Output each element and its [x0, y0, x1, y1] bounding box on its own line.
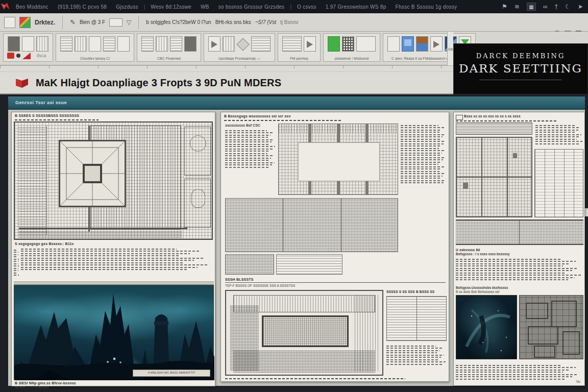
window-split-icon[interactable]: [156, 36, 168, 52]
stapler-icon[interactable]: [356, 36, 376, 52]
bars-icon[interactable]: [223, 36, 235, 52]
ribbon-group-label: FM permsg: [278, 57, 320, 60]
sketch-icon[interactable]: [387, 36, 400, 52]
plan-wall: [19, 228, 187, 229]
menu-item[interactable]: so bssnss Grsssur Grzsdes: [214, 4, 289, 10]
bottom-right-column: SSSSS S SS SSS B BSSS SS: [386, 290, 447, 376]
page-right-header: Bsss ss ss ss sss ss ss s ss ssss: [464, 114, 521, 118]
page-left-top-line: B SSEES S SSSSSBSSS SSSSSSSS: [15, 114, 79, 117]
moon-icon[interactable]: ☾: [565, 3, 571, 10]
dark-setting-panel: DARCK DEEMBING DARK SEETTIING: [453, 43, 588, 94]
page-left[interactable]: B SSEES S SSSSSBSSS SSSSSSSS: [11, 112, 215, 386]
plan-cell-blob: [191, 189, 205, 208]
closing-paragraph: [456, 363, 583, 381]
artwork-credit-box: 4 MSLNAN WC BIVIG MMNNTTIT: [133, 370, 210, 377]
toolbar-field-text[interactable]: BHt-rks sns bks: [215, 19, 251, 25]
pattern-grid-icon[interactable]: [342, 36, 354, 52]
split-view-icon[interactable]: [416, 36, 428, 52]
menu-bar: Beo Msddsnc (919,198) C pcvo 58 Gjszduss…: [0, 0, 588, 13]
perspective-icon[interactable]: [282, 36, 302, 52]
toolbar-field-text[interactable]: b snlgjgfes C!s?2beW 0 l?un: [146, 19, 211, 25]
monitor-icon[interactable]: [402, 36, 414, 52]
left-text-column: [225, 129, 276, 169]
ribbon-edge-label: G6: [447, 32, 453, 65]
page-right[interactable]: Bsss ss ss ss sss ss ss s ss ssss U ssks…: [453, 112, 585, 386]
fantasy-landscape-artwork[interactable]: 4 MSLNAN WC BIVIG MMNNTTIT: [14, 285, 214, 380]
table-tool-button[interactable]: [109, 18, 122, 27]
pencil-tool-icon[interactable]: [117, 36, 130, 52]
elevation-plan-drawing[interactable]: [278, 124, 398, 195]
plan-left-band: [18, 126, 47, 235]
menu-item[interactable]: WB: [196, 4, 214, 10]
ribbon-group-perspective: FM permsg: [278, 33, 321, 62]
document-title-bar: MaK Hlajgt Doanpliage 3 Fropts 3 9D PuN …: [0, 71, 453, 94]
red-square-icon[interactable]: [7, 53, 14, 59]
column2-text: [386, 344, 447, 366]
pen-tool-label[interactable]: Bien @ 3 F: [80, 19, 105, 25]
document-header-bar[interactable]: Genrssi Tssr asi ssue: [8, 96, 585, 110]
window-view-icon[interactable]: [141, 36, 154, 52]
flag-icon[interactable]: ⚑: [502, 3, 507, 10]
dropdown-check-icon[interactable]: ▽: [127, 19, 131, 26]
stone-dungeon-map[interactable]: [519, 295, 583, 359]
column-heading: ssssssssss Bsf CSC: [225, 124, 260, 127]
plan-side-cell: [184, 127, 211, 176]
header-noise: [224, 118, 367, 122]
page-middle[interactable]: B Bssssgsgs wsssssssss ssl ss! ssv sssss…: [220, 112, 449, 382]
underwater-creature-artwork[interactable]: [456, 295, 517, 359]
body-paragraph: [456, 257, 583, 282]
ribbon-group-shapes: Chuottev lanssy C/: [56, 33, 134, 62]
menu-item[interactable]: Beo Msddsnc: [11, 4, 53, 10]
rows-block-small: [276, 254, 342, 275]
scrollbar-handle[interactable]: [585, 208, 588, 216]
menu-item[interactable]: Gjszduss: [111, 4, 143, 10]
menu-item[interactable]: O csvss: [292, 4, 321, 10]
menu-item[interactable]: Fhssc B Sssssu 1g dossy: [391, 4, 462, 10]
play-icon[interactable]: [430, 36, 443, 52]
map-room: [534, 346, 555, 358]
app-window: Beo Msddsnc (919,198) C pcvo 58 Gjszduss…: [0, 0, 588, 392]
red-triangle-icon[interactable]: [22, 53, 31, 59]
skew-icon[interactable]: [304, 36, 316, 52]
plan-central-chamber: [59, 140, 126, 207]
grid-icon[interactable]: ▦: [527, 3, 536, 11]
menu-item[interactable]: 1.97 Gresswelssn WS 8p: [321, 4, 391, 10]
table-seam: [341, 199, 341, 252]
toolbar-secondary: Drktez. ✎ Bien @ 3 F ▽ b snlgjgfes C!s?2…: [0, 13, 588, 32]
diamond-shape-icon[interactable]: [237, 36, 249, 52]
text-tool-icon[interactable]: [103, 36, 115, 52]
large-grid-table[interactable]: [456, 137, 532, 217]
list-icon[interactable]: ≋: [514, 3, 520, 10]
dagger-icon[interactable]: †: [554, 3, 558, 10]
toolbar-script-label[interactable]: ~S!7 (Vst: [255, 19, 276, 25]
app-color-icon[interactable]: [19, 17, 31, 28]
crop-tool-icon[interactable]: [75, 36, 87, 52]
select-tool-icon[interactable]: [60, 36, 72, 52]
wide-panel-icon[interactable]: [251, 36, 271, 52]
new-document-button[interactable]: [4, 17, 15, 28]
page-left-top-noise: [15, 118, 117, 121]
app-logo-fox-icon[interactable]: [0, 2, 11, 12]
menu-item[interactable]: (919,198) C pcvo 58: [53, 4, 111, 10]
map-room: [551, 301, 577, 327]
toolbar-status-label: tj Bsnov: [280, 19, 299, 25]
grid-seam: [457, 177, 531, 178]
grid-mark: [463, 183, 468, 189]
menu-separator: |: [143, 4, 146, 10]
green-layer-icon[interactable]: [328, 36, 340, 52]
ribbon-group-label: CBC Finanned: [137, 57, 201, 60]
pool-floor-plan[interactable]: [225, 290, 383, 376]
section-subheading: TEP-F BSSSS OF SSSSSSE SSS A SSSSTSS: [225, 284, 295, 287]
window-columns-icon[interactable]: [170, 36, 182, 52]
corner-red-shapes: Ilsca: [7, 49, 46, 62]
floor-plan-drawing[interactable]: [14, 121, 213, 240]
menu-separator: |: [289, 4, 292, 10]
cursor-icon[interactable]: ➤: [578, 3, 583, 10]
window-dark-icon[interactable]: [184, 36, 197, 52]
arrowhead-icon[interactable]: [208, 36, 220, 52]
column2-heading: SSSSS S SS SSS B BSSS SS: [386, 290, 447, 293]
glasses-icon[interactable]: ∞: [543, 3, 548, 10]
menu-item[interactable]: Wesv 8d:12sswe: [146, 4, 196, 10]
ruler-tool-icon[interactable]: [89, 36, 101, 52]
pen-icon[interactable]: ✎: [70, 18, 76, 26]
